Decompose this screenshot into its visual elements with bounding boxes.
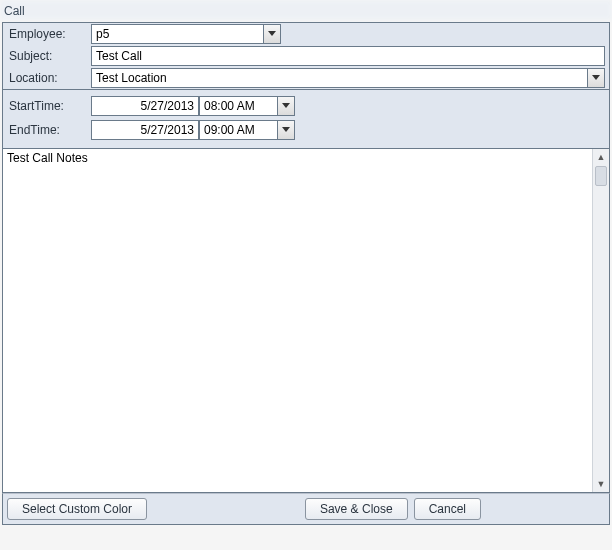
location-label: Location: xyxy=(5,71,91,85)
button-bar: Select Custom Color Save & Close Cancel xyxy=(2,493,610,525)
svg-marker-3 xyxy=(282,127,290,132)
svg-marker-0 xyxy=(268,31,276,36)
svg-marker-2 xyxy=(282,103,290,108)
start-time-input[interactable] xyxy=(199,96,277,116)
scroll-down-arrow-icon[interactable]: ▼ xyxy=(594,476,609,492)
employee-input[interactable] xyxy=(91,24,263,44)
scroll-up-arrow-icon[interactable]: ▲ xyxy=(594,149,609,165)
chevron-down-icon xyxy=(282,127,290,133)
svg-marker-1 xyxy=(592,75,600,80)
start-time-dropdown-button[interactable] xyxy=(277,96,295,116)
subject-label: Subject: xyxy=(5,49,91,63)
end-time-input[interactable] xyxy=(199,120,277,140)
chevron-down-icon xyxy=(282,103,290,109)
notes-textarea[interactable] xyxy=(3,149,592,492)
end-time-label: EndTime: xyxy=(5,123,91,137)
time-section: StartTime: EndTime: xyxy=(2,90,610,148)
end-time-dropdown-button[interactable] xyxy=(277,120,295,140)
select-custom-color-button[interactable]: Select Custom Color xyxy=(7,498,147,520)
form-header: Employee: Subject: Location: xyxy=(2,22,610,90)
chevron-down-icon xyxy=(592,75,600,81)
end-time-combo[interactable] xyxy=(199,120,295,140)
notes-area: ▲ ▼ xyxy=(2,148,610,493)
employee-dropdown-button[interactable] xyxy=(263,24,281,44)
start-time-label: StartTime: xyxy=(5,99,91,113)
employee-label: Employee: xyxy=(5,27,91,41)
location-combo[interactable] xyxy=(91,68,605,88)
location-input[interactable] xyxy=(91,68,587,88)
call-dialog: Call Employee: Subject: Location: xyxy=(0,0,612,550)
chevron-down-icon xyxy=(268,31,276,37)
start-date-input[interactable] xyxy=(91,96,199,116)
scroll-thumb[interactable] xyxy=(595,166,607,186)
cancel-button[interactable]: Cancel xyxy=(414,498,481,520)
save-and-close-button[interactable]: Save & Close xyxy=(305,498,408,520)
window-title: Call xyxy=(0,0,612,22)
start-time-combo[interactable] xyxy=(199,96,295,116)
end-date-input[interactable] xyxy=(91,120,199,140)
notes-scrollbar[interactable]: ▲ ▼ xyxy=(592,149,609,492)
subject-input[interactable] xyxy=(91,46,605,66)
employee-combo[interactable] xyxy=(91,24,281,44)
location-dropdown-button[interactable] xyxy=(587,68,605,88)
